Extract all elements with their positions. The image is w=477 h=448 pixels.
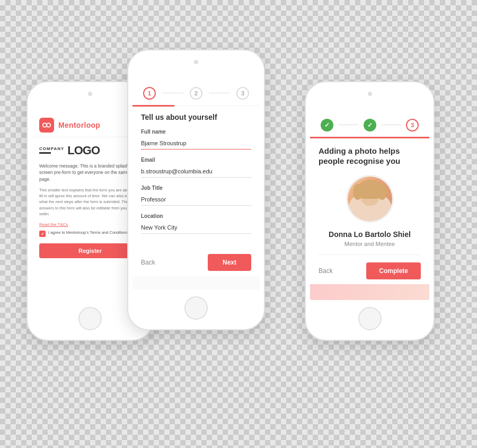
svg-point-0 bbox=[43, 123, 47, 127]
tandc-link[interactable]: Read the T&Cs bbox=[39, 222, 141, 227]
back-button[interactable]: Back bbox=[141, 259, 155, 266]
company-logo-area: COMPANY LOGO bbox=[39, 144, 141, 157]
step-1-circle: 1 bbox=[143, 87, 156, 100]
p3-back-button[interactable]: Back bbox=[319, 267, 333, 275]
form-actions: Back Next bbox=[132, 248, 260, 276]
email-input[interactable] bbox=[141, 165, 251, 178]
description-text: This smaller text explains that the form… bbox=[39, 187, 141, 217]
steps-bar: 1 2 3 bbox=[132, 80, 260, 105]
form-area: Tell us about yourself Full name Email J… bbox=[132, 107, 260, 248]
logo-underline bbox=[39, 152, 51, 154]
welcome-text: Welcome message. This is a branded splas… bbox=[39, 163, 141, 183]
complete-button[interactable]: Complete bbox=[366, 262, 421, 279]
p3-body: Adding a photo helps people recognise yo… bbox=[310, 138, 429, 287]
step2-check-icon bbox=[364, 119, 376, 131]
avatar-container[interactable] bbox=[319, 175, 421, 223]
step-line-1 bbox=[162, 93, 183, 93]
phone-2-screen: 1 2 3 Tell us about yourself Full name E… bbox=[132, 80, 260, 289]
tandc-label: I agree to Mentorloop's Terms and Condit… bbox=[48, 230, 128, 236]
company-text-block: COMPANY bbox=[39, 147, 64, 154]
avatar[interactable] bbox=[346, 175, 394, 223]
step-line-2 bbox=[209, 93, 230, 93]
next-button[interactable]: Next bbox=[208, 254, 251, 271]
fullname-label: Full name bbox=[141, 129, 251, 135]
email-label: Email bbox=[141, 157, 251, 163]
phones-container: Mentorloop COMPANY LOGO Welcome message.… bbox=[11, 17, 466, 431]
location-input[interactable] bbox=[141, 222, 251, 234]
step1-check-icon bbox=[321, 119, 333, 131]
step3-active-circle: 3 bbox=[406, 119, 419, 131]
photo-title: Adding a photo helps people recognise yo… bbox=[319, 146, 421, 166]
phone-3-screen: 3 Adding a photo helps people recognise … bbox=[310, 111, 429, 300]
location-label: Location bbox=[141, 213, 251, 219]
p3-steps-bar: 3 bbox=[310, 111, 429, 137]
profile-role: Mentor and Mentee bbox=[319, 241, 421, 247]
mentorloop-logo-icon bbox=[39, 118, 54, 133]
phone-2: 1 2 3 Tell us about yourself Full name E… bbox=[127, 49, 265, 330]
profile-divider bbox=[319, 254, 421, 255]
avatar-placeholder bbox=[348, 177, 392, 221]
tandc-checkbox-row: I agree to Mentorloop's Terms and Condit… bbox=[39, 230, 141, 237]
avatar-hair bbox=[357, 180, 383, 199]
p3-actions: Back Complete bbox=[319, 262, 421, 279]
logo-text: LOGO bbox=[67, 144, 100, 157]
company-label: COMPANY bbox=[39, 147, 64, 152]
bottom-decoration bbox=[310, 284, 429, 300]
fullname-input[interactable] bbox=[141, 137, 251, 150]
brand-name: Mentorloop bbox=[58, 121, 100, 129]
jobtitle-label: Job Title bbox=[141, 185, 251, 191]
register-button[interactable]: Register bbox=[39, 243, 141, 258]
step-3-circle: 3 bbox=[236, 87, 249, 100]
tandc-checkbox[interactable] bbox=[39, 231, 46, 237]
phone-3: 3 Adding a photo helps people recognise … bbox=[305, 81, 435, 341]
p3-step-line-1 bbox=[339, 125, 358, 125]
jobtitle-input[interactable] bbox=[141, 194, 251, 206]
form-title: Tell us about yourself bbox=[141, 113, 251, 121]
profile-name: Donna Lo Bartolo Shiel bbox=[319, 230, 421, 239]
step-2-circle: 2 bbox=[190, 87, 202, 100]
svg-point-1 bbox=[47, 123, 50, 127]
p3-step-line-2 bbox=[382, 125, 401, 125]
